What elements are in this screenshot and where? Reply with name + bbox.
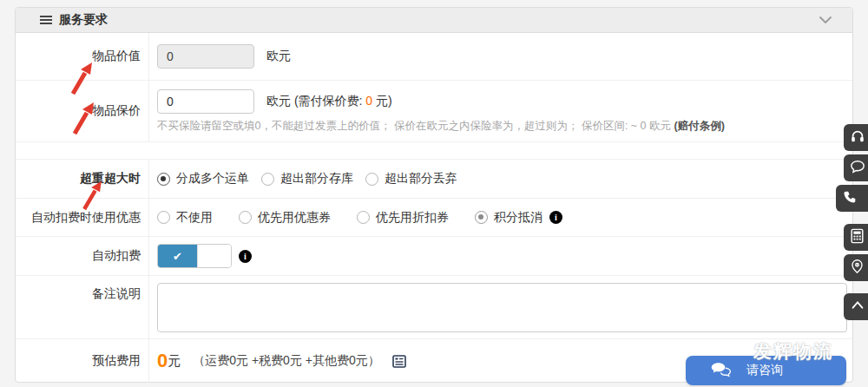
radio-points-offset[interactable]: 积分抵消 [475,210,542,226]
radio-split-waybills[interactable]: 分成多个运单 [157,171,249,187]
radio-coupon-first[interactable]: 优先用优惠券 [239,210,331,226]
info-icon[interactable]: i [549,211,562,224]
estimate-breakdown: （运费0元 +税费0元 +其他费0元） [193,353,380,369]
item-insurance-input[interactable] [157,89,254,114]
phone-button[interactable] [836,185,868,212]
discount-label: 自动扣费时使用优惠 [16,199,149,236]
radio-discard-excess[interactable]: 超出部分丢弃 [365,171,457,187]
remark-textarea[interactable] [157,283,847,332]
estimate-unit: 元 [168,353,181,370]
calculator-icon [850,228,865,246]
item-value-unit: 欧元 [266,49,291,64]
info-icon[interactable]: i [239,250,252,263]
radio-circle-icon [239,211,252,224]
chevron-down-icon[interactable] [818,14,833,26]
toggle-handle [197,245,231,267]
online-chat-button[interactable] [844,154,868,181]
tracking-location-button[interactable] [844,254,868,281]
auto-charge-toggle[interactable]: ✔ [157,244,232,268]
row-remark: 备注说明 [16,276,852,339]
radio-circle-icon [157,173,170,186]
item-value-input[interactable] [157,44,254,69]
radio-discount-coupon-first[interactable]: 优先用折扣券 [357,210,449,226]
remark-label: 备注说明 [16,276,149,338]
consult-chat-button[interactable]: 请咨询 [686,356,846,385]
estimate-label: 预估费用 [16,339,149,383]
hamburger-icon [40,16,52,24]
radio-no-discount[interactable]: 不使用 [157,210,213,226]
headset-icon [850,128,865,147]
radio-circle-icon [475,211,488,224]
spacer-row [16,142,852,160]
chat-bubble-icon [850,159,865,177]
panel-title: 服务要求 [59,12,108,28]
insurance-fee-text: 欧元 (需付保价费: 0 元) [266,94,392,109]
phone-icon [842,189,858,207]
chevron-up-icon [850,298,865,316]
item-value-label: 物品价值 [16,33,149,80]
radio-circle-icon [365,173,378,186]
estimate-amount: 0 [157,350,168,372]
location-pin-icon [850,259,865,277]
oversize-label: 超重超大时 [16,160,149,198]
radio-circle-icon [357,211,370,224]
toggle-check-icon: ✔ [158,245,197,267]
radio-circle-icon [261,173,274,186]
row-item-value: 物品价值 欧元 [16,33,852,81]
insurance-fee-value: 0 [365,94,372,108]
radio-store-excess[interactable]: 超出部分存库 [261,171,353,187]
row-oversize: 超重超大时 分成多个运单 超出部分存库 超出部分丢弃 [16,160,852,199]
row-auto-charge: 自动扣费 ✔ i [16,237,852,276]
panel-header: 服务要求 [16,8,852,33]
claims-policy-link[interactable]: (赔付条例) [674,120,725,132]
radio-circle-icon [157,211,170,224]
item-insurance-label: 物品保价 [16,81,149,141]
consult-label: 请咨询 [746,363,783,378]
customer-service-button[interactable] [844,124,868,151]
fee-detail-icon[interactable] [392,355,406,368]
service-requirements-panel: 服务要求 物品价值 欧元 物品保价 欧元 (需付保价费: 0 元) 不买保险请留… [15,7,853,383]
price-calculator-button[interactable] [844,224,868,251]
chat-bubbles-icon [710,361,733,381]
insurance-hint: 不买保险请留空或填0，不能超过发票上的价值； 保价在欧元之内保险率为，超过则为；… [157,119,725,134]
row-item-insurance: 物品保价 欧元 (需付保价费: 0 元) 不买保险请留空或填0，不能超过发票上的… [16,81,852,142]
back-to-top-button[interactable] [844,293,868,320]
auto-charge-label: 自动扣费 [16,237,149,275]
row-discount: 自动扣费时使用优惠 不使用 优先用优惠券 优先用折扣券 积分抵消 i [16,199,852,237]
